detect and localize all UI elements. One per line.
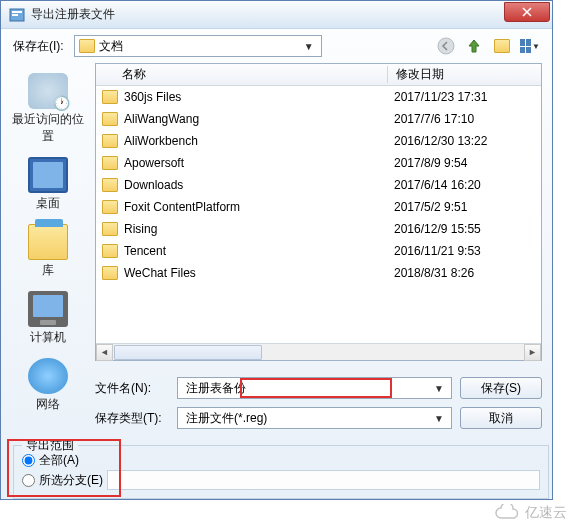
sidebar-item-label: 网络	[36, 396, 60, 413]
view-grid-icon	[520, 39, 531, 53]
file-date: 2017/6/14 16:20	[392, 178, 541, 192]
column-header-name[interactable]: 名称	[96, 66, 388, 83]
libraries-icon	[28, 224, 68, 260]
file-row[interactable]: Tencent2016/11/21 9:53	[96, 240, 541, 262]
folder-icon	[102, 134, 118, 148]
filename-label: 文件名(N):	[95, 380, 169, 397]
file-date: 2016/12/9 15:55	[392, 222, 541, 236]
radio-all[interactable]	[22, 454, 35, 467]
sidebar-item-library[interactable]: 库	[8, 220, 88, 285]
filename-row: 文件名(N): ▼ 保存(S)	[95, 373, 542, 403]
new-folder-button[interactable]	[492, 36, 512, 56]
titlebar-title: 导出注册表文件	[31, 6, 504, 23]
computer-icon	[28, 291, 68, 327]
horizontal-scrollbar[interactable]: ◄ ►	[96, 343, 541, 360]
close-button[interactable]	[504, 2, 550, 22]
radio-all-label: 全部(A)	[39, 452, 79, 469]
watermark-text: 亿速云	[525, 504, 567, 522]
back-button[interactable]	[436, 36, 456, 56]
sidebar-item-label: 计算机	[30, 329, 66, 346]
network-icon	[28, 358, 68, 394]
filename-combo[interactable]: ▼	[177, 377, 452, 399]
save-in-label: 保存在(I):	[13, 38, 64, 55]
places-sidebar: 最近访问的位置 桌面 库 计算机 网络	[1, 63, 95, 499]
sidebar-item-label: 库	[42, 262, 54, 279]
nav-icons: ▼	[436, 36, 540, 56]
file-date: 2018/8/31 8:26	[392, 266, 541, 280]
file-row[interactable]: Rising2016/12/9 15:55	[96, 218, 541, 240]
export-range-group: 导出范围 全部(A) 所选分支(E)	[13, 445, 549, 499]
scroll-thumb[interactable]	[114, 345, 262, 360]
cancel-button[interactable]: 取消	[460, 407, 542, 429]
toolbar: 保存在(I): 文档 ▼ ▼	[1, 29, 552, 63]
location-combo[interactable]: 文档 ▼	[74, 35, 322, 57]
sidebar-item-desktop[interactable]: 桌面	[8, 153, 88, 218]
file-row[interactable]: AliWorkbench2016/12/30 13:22	[96, 130, 541, 152]
folder-icon	[102, 156, 118, 170]
filetype-value: 注册文件(*.reg)	[182, 410, 431, 427]
dialog-body: 最近访问的位置 桌面 库 计算机 网络 名称 修改日期 360js Files2…	[1, 63, 552, 499]
file-name: Downloads	[124, 178, 392, 192]
file-row[interactable]: 360js Files2017/11/23 17:31	[96, 86, 541, 108]
file-row[interactable]: Foxit ContentPlatform2017/5/2 9:51	[96, 196, 541, 218]
app-icon	[9, 7, 25, 23]
file-list-body[interactable]: 360js Files2017/11/23 17:31AliWangWang20…	[96, 86, 541, 343]
svg-rect-2	[12, 14, 18, 16]
file-name: WeChat Files	[124, 266, 392, 280]
file-name: Rising	[124, 222, 392, 236]
chevron-down-icon[interactable]: ▼	[431, 413, 447, 424]
filetype-combo[interactable]: 注册文件(*.reg) ▼	[177, 407, 452, 429]
sidebar-item-computer[interactable]: 计算机	[8, 287, 88, 352]
chevron-down-icon: ▼	[532, 42, 540, 51]
file-row[interactable]: WeChat Files2018/8/31 8:26	[96, 262, 541, 284]
radio-branch-row[interactable]: 所选分支(E)	[22, 470, 540, 490]
file-date: 2016/11/21 9:53	[392, 244, 541, 258]
filetype-label: 保存类型(T):	[95, 410, 169, 427]
file-date: 2017/8/9 9:54	[392, 156, 541, 170]
scroll-left-button[interactable]: ◄	[96, 344, 113, 361]
file-name: 360js Files	[124, 90, 392, 104]
file-name: AliWorkbench	[124, 134, 392, 148]
file-name: Tencent	[124, 244, 392, 258]
view-menu-button[interactable]: ▼	[520, 36, 540, 56]
folder-icon	[79, 39, 95, 53]
file-date: 2016/12/30 13:22	[392, 134, 541, 148]
folder-icon	[102, 266, 118, 280]
file-row[interactable]: AliWangWang2017/7/6 17:10	[96, 108, 541, 130]
file-name: Foxit ContentPlatform	[124, 200, 392, 214]
folder-icon	[102, 90, 118, 104]
export-range-legend: 导出范围	[22, 437, 78, 454]
file-list-header: 名称 修改日期	[96, 64, 541, 86]
filetype-row: 保存类型(T): 注册文件(*.reg) ▼ 取消	[95, 403, 542, 433]
file-date: 2017/7/6 17:10	[392, 112, 541, 126]
column-header-date[interactable]: 修改日期	[388, 66, 541, 83]
radio-branch[interactable]	[22, 474, 35, 487]
file-list: 名称 修改日期 360js Files2017/11/23 17:31AliWa…	[95, 63, 542, 361]
filename-input[interactable]	[182, 381, 431, 395]
up-button[interactable]	[464, 36, 484, 56]
form-rows: 文件名(N): ▼ 保存(S) 保存类型(T): 注册文件(*.reg)	[95, 373, 542, 433]
chevron-down-icon[interactable]: ▼	[301, 41, 317, 52]
branch-input[interactable]	[107, 470, 540, 490]
file-name: AliWangWang	[124, 112, 392, 126]
back-icon	[437, 37, 455, 55]
main-column: 名称 修改日期 360js Files2017/11/23 17:31AliWa…	[95, 63, 552, 499]
sidebar-item-network[interactable]: 网络	[8, 354, 88, 419]
save-button[interactable]: 保存(S)	[460, 377, 542, 399]
file-row[interactable]: Apowersoft2017/8/9 9:54	[96, 152, 541, 174]
file-row[interactable]: Downloads2017/6/14 16:20	[96, 174, 541, 196]
sidebar-item-recent[interactable]: 最近访问的位置	[8, 69, 88, 151]
radio-all-row[interactable]: 全部(A)	[22, 450, 540, 470]
folder-icon	[102, 112, 118, 126]
sidebar-item-label: 最近访问的位置	[8, 111, 88, 145]
file-date: 2017/5/2 9:51	[392, 200, 541, 214]
folder-icon	[102, 244, 118, 258]
cloud-icon	[493, 504, 521, 522]
titlebar: 导出注册表文件	[1, 1, 552, 29]
file-date: 2017/11/23 17:31	[392, 90, 541, 104]
chevron-down-icon[interactable]: ▼	[431, 383, 447, 394]
svg-rect-1	[12, 11, 22, 13]
sidebar-item-label: 桌面	[36, 195, 60, 212]
desktop-icon	[28, 157, 68, 193]
scroll-right-button[interactable]: ►	[524, 344, 541, 361]
